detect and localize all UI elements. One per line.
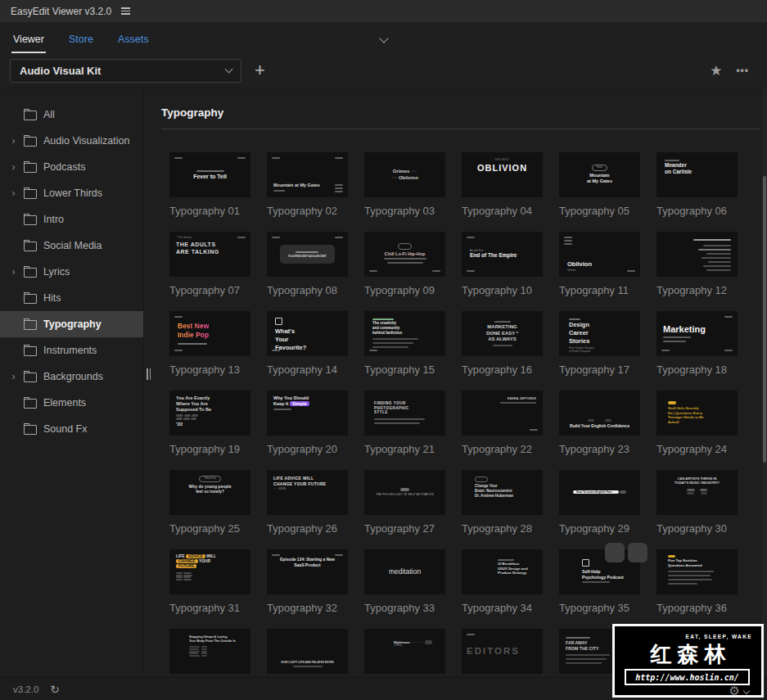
thumbnail[interactable]: CAN ARTISTS THRIVE INTODAY'S MUSIC INDUS… <box>656 470 738 515</box>
thumbnail[interactable]: THE PSYCHOLOGY OF SELF MOTIVATION <box>364 470 445 515</box>
thumbnail[interactable]: FoalsMountainat My Gates <box>559 152 640 197</box>
thumbnail[interactable]: Why You ShouldKeep It Simple <box>267 391 348 436</box>
thumbnail[interactable]: © The StrokesTHE ADULTSARE TALKING <box>169 232 250 277</box>
thumbnail[interactable]: You Are ExactlyWhere You AreSupposed To … <box>169 391 250 436</box>
thumbnail[interactable]: Episode 124: Starting a NewSaaS Product <box>267 549 348 594</box>
sidebar-item-lower-thirds[interactable]: › Lower Thirds <box>0 180 143 206</box>
thumbnail[interactable]: EDITORS <box>462 629 543 674</box>
thumbnail[interactable]: Fever to Tell <box>169 152 250 197</box>
settings-chevron-icon[interactable] <box>743 687 750 693</box>
thumbnail[interactable]: FINDING YOURPHOTOGRAPHICSTYLE <box>364 391 445 436</box>
sidebar-item-intro[interactable]: Intro <box>0 206 143 233</box>
kit-select-dropdown[interactable]: Audio Visual Kit <box>10 59 241 83</box>
grid-item-38[interactable]: HOW CLEFT LIPS AND PALATES WORK <box>267 629 348 678</box>
tab-store[interactable]: Store <box>67 26 95 53</box>
sidebar-item-instruments[interactable]: Instruments <box>0 337 143 364</box>
grid-item-10[interactable]: Arcade FireEnd of The Empire Typography … <box>462 232 543 311</box>
expand-chevron-icon[interactable]: › <box>10 187 17 199</box>
thumbnail[interactable]: I Went ViralWhy do young peoplefeel so l… <box>169 470 250 515</box>
thumbnail[interactable]: meditation <box>364 549 445 594</box>
sidebar-item-audio-visualization[interactable]: › Audio Visualization <box>0 128 143 154</box>
expand-chevron-icon[interactable]: › <box>10 266 17 278</box>
tab-viewer[interactable]: Viewer <box>11 26 46 53</box>
grid-item-30[interactable]: CAN ARTISTS THRIVE INTODAY'S MUSIC INDUS… <box>656 470 738 549</box>
sidebar-item-elements[interactable]: Elements <box>0 390 143 416</box>
grid-item-15[interactable]: The creativityand communitybehind fanfic… <box>364 311 445 391</box>
grid-item-1[interactable]: Fever to Tell Typography 01 <box>169 152 250 232</box>
panel-collapse-chevron-icon[interactable] <box>381 30 387 45</box>
expand-chevron-icon[interactable]: › <box>10 135 17 147</box>
thumbnail[interactable]: GRIMESOBLIVION <box>462 152 543 197</box>
grid-item-34[interactable]: UI Breakfast:UI/UX Design andProduct Str… <box>462 549 543 629</box>
grid-item-40[interactable]: EDITORS <box>462 629 543 678</box>
settings-cluster[interactable]: ⚙ <box>729 684 749 697</box>
expand-chevron-icon[interactable]: › <box>10 371 17 382</box>
thumbnail[interactable]: HANNA JEFFORDS <box>462 391 543 436</box>
thumbnail[interactable]: Marketing <box>656 311 738 356</box>
grid-item-23[interactable]: Build Your English Confidence Typography… <box>559 391 640 470</box>
thumbnail[interactable]: Stopping Génpa & LovingYour Body From Th… <box>169 629 250 674</box>
grid-item-29[interactable]: How To Learn English Fast Typography 29 <box>559 470 640 549</box>
sidebar-item-sound-fx[interactable]: Sound Fx <box>0 416 143 442</box>
grid-item-36[interactable]: Five Top NutritionQuestions Answered Typ… <box>656 549 738 629</box>
grid-item-9[interactable]: Chill Lo-Fi Hip-Hop Typography 09 <box>364 232 445 311</box>
thumbnail[interactable]: Stuff Girls SecretlyDo | Questions Every… <box>656 391 738 436</box>
sidebar-item-hits[interactable]: Hits <box>0 285 143 311</box>
grid-item-11[interactable]: OblivionGrimes Typography 11 <box>559 232 640 311</box>
sidebar-item-backgrounds[interactable]: › Backgrounds <box>0 364 143 390</box>
scrollbar-thumb[interactable] <box>763 176 766 463</box>
grid-item-2[interactable]: Mountain at My Gates Typography 02 <box>267 152 348 232</box>
grid-item-16[interactable]: MARKETINGDONE EASY *AS ALWAYS Typography… <box>462 311 543 391</box>
grid-item-14[interactable]: What'sYourFavourite? Typography 14 <box>267 311 348 391</box>
grid-item-26[interactable]: LIFE ADVICE WILLCHANGE YOUR FUTURE—— Typ… <box>267 470 348 549</box>
grid-item-21[interactable]: FINDING YOURPHOTOGRAPHICSTYLE Typography… <box>364 391 445 470</box>
more-options-icon[interactable]: ••• <box>736 65 749 76</box>
grid-item-12[interactable]: Typography 12 <box>656 232 738 311</box>
thumbnail[interactable]: How To Learn English Fast <box>559 470 640 515</box>
grid-item-25[interactable]: I Went ViralWhy do young peoplefeel so l… <box>169 470 250 549</box>
thumbnail[interactable]: MARKETINGDONE EASY *AS ALWAYS <box>462 311 543 356</box>
thumbnail[interactable]: Best NewIndie Pop <box>169 311 250 356</box>
thumbnail[interactable]: Build Your English Confidence <box>559 391 640 436</box>
grid-item-3[interactable]: Grimes ○○○○ Oblivion Typography 03 <box>364 152 445 232</box>
sidebar-item-lyrics[interactable]: › Lyrics <box>0 259 143 285</box>
refresh-icon[interactable]: ↻ <box>50 684 60 695</box>
thumbnail[interactable]: LIFE ADVICE WILLCHANGE YOUR FUTURE—— <box>267 470 348 515</box>
grid-item-35[interactable]: Self-HelpPsychology Podcast Typography 3… <box>559 549 640 629</box>
thumbnail[interactable]: DesignCareerStoriesFrom Graphic Designer… <box>559 311 640 356</box>
favorite-star-icon[interactable]: ★ <box>710 62 722 79</box>
grid-item-32[interactable]: Episode 124: Starting a NewSaaS Product … <box>267 549 348 629</box>
grid-item-13[interactable]: Best NewIndie Pop Typography 13 <box>169 311 250 391</box>
menu-icon[interactable] <box>121 7 130 15</box>
grid-item-37[interactable]: Stopping Génpa & LovingYour Body From Th… <box>169 629 250 678</box>
grid-item-33[interactable]: meditation Typography 33 <box>364 549 445 629</box>
sidebar-item-all[interactable]: All <box>0 102 143 128</box>
thumbnail[interactable]: Meanderon Carlisle <box>656 152 738 197</box>
grid-item-28[interactable]: Change YourBrain: NeuroscientistDr. Andr… <box>462 470 543 549</box>
thumbnail[interactable]: Grimes ○○○○ Oblivion <box>364 152 445 197</box>
thumbnail[interactable]: LIFE ADVICE WILLCHANGE YOURFUTURE <box>169 549 250 594</box>
grid-item-5[interactable]: FoalsMountainat My Gates Typography 05 <box>559 152 640 232</box>
sidebar-item-social-media[interactable]: Social Media <box>0 233 143 259</box>
thumbnail[interactable]: Chill Lo-Fi Hip-Hop <box>364 232 445 277</box>
thumbnail[interactable]: Arcade FireEnd of The Empire <box>462 232 543 277</box>
grid-item-19[interactable]: You Are ExactlyWhere You AreSupposed To … <box>169 391 250 470</box>
grid-item-39[interactable]: Nightmare ············ (Tiesto) <box>364 629 445 678</box>
thumbnail[interactable]: HOW CLEFT LIPS AND PALATES WORK <box>267 629 348 674</box>
scrollbar-track[interactable] <box>762 88 767 678</box>
expand-chevron-icon[interactable]: › <box>10 161 17 173</box>
thumbnail[interactable]: Five Top NutritionQuestions Answered <box>656 549 738 594</box>
sidebar-item-typography[interactable]: Typography <box>0 311 143 337</box>
thumbnail[interactable]: Mountain at My Gates <box>267 152 348 197</box>
add-kit-button[interactable]: + <box>255 61 265 79</box>
grid-item-22[interactable]: HANNA JEFFORDS Typography 22 <box>462 391 543 470</box>
sidebar-item-podcasts[interactable]: › Podcasts <box>0 154 143 180</box>
grid-item-18[interactable]: Marketing Typography 18 <box>656 311 738 391</box>
grid-item-6[interactable]: Meanderon Carlisle Typography 06 <box>656 152 738 232</box>
grid-item-4[interactable]: GRIMESOBLIVION Typography 04 <box>462 152 543 232</box>
grid-item-27[interactable]: THE PSYCHOLOGY OF SELF MOTIVATION Typogr… <box>364 470 445 549</box>
grid-item-8[interactable]: FLUORESCENT ADOLESCENT Typography 08 <box>267 232 348 311</box>
tab-assets[interactable]: Assets <box>116 26 151 53</box>
grid-item-31[interactable]: LIFE ADVICE WILLCHANGE YOURFUTURE Typogr… <box>169 549 250 629</box>
thumbnail[interactable]: Nightmare ············ (Tiesto) <box>364 629 445 674</box>
